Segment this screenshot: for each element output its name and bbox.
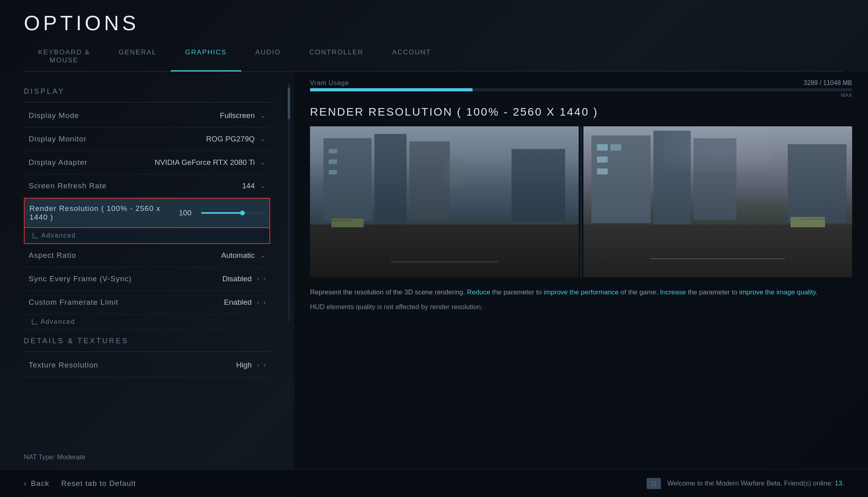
preview-divider bbox=[580, 126, 582, 277]
reduce-highlight: Reduce bbox=[467, 288, 490, 296]
reset-default-button[interactable]: Reset tab to Default bbox=[61, 479, 136, 488]
back-arrow-icon: ‹ bbox=[24, 479, 27, 488]
chat-bubble-icon: □ bbox=[652, 480, 656, 487]
welcome-text: Welcome to the Modern Warfare Beta. Frie… bbox=[667, 480, 844, 487]
header: OPTIONS KEYBOARD &MOUSE GENERAL GRAPHICS… bbox=[0, 0, 868, 72]
display-mode-label: Display Mode bbox=[29, 111, 79, 120]
tabs-container: KEYBOARD &MOUSE GENERAL GRAPHICS AUDIO C… bbox=[24, 43, 844, 72]
render-resolution-label: Render Resolution ( 100% - 2560 x 1440 ) bbox=[29, 204, 179, 222]
display-section-label: DISPLAY bbox=[24, 87, 270, 96]
display-monitor-label: Display Monitor bbox=[29, 135, 87, 143]
texture-resolution-label: Texture Resolution bbox=[29, 361, 98, 369]
vram-bar-fill bbox=[310, 88, 473, 91]
scrollbar-track[interactable] bbox=[288, 83, 290, 322]
arrow-left-icon-tex[interactable]: ‹ bbox=[257, 362, 259, 369]
arrow-right-icon[interactable]: › bbox=[264, 275, 265, 282]
vsync-label: Sync Every Frame (V-Sync) bbox=[29, 275, 132, 283]
corner-icon bbox=[33, 233, 38, 238]
framerate-label: Custom Framerate Limit bbox=[29, 298, 118, 307]
arrow-left-icon-fr[interactable]: ‹ bbox=[257, 299, 259, 306]
arrow-right-icon-fr[interactable]: › bbox=[264, 299, 265, 306]
section-divider-display bbox=[24, 102, 270, 102]
scene-bg-right bbox=[583, 126, 852, 277]
main-content: DISPLAY Display Mode Fullscreen ⌄ Displa… bbox=[0, 72, 868, 497]
advanced-label-bottom: Advanced bbox=[32, 318, 265, 325]
vsync-value: Disabled ‹ › bbox=[222, 275, 265, 283]
chevron-down-icon-monitor: ⌄ bbox=[260, 135, 265, 143]
framerate-arrows: ‹ › bbox=[257, 299, 265, 306]
aspect-ratio-label: Aspect Ratio bbox=[29, 251, 76, 260]
scrollbar-thumb[interactable] bbox=[288, 87, 290, 119]
friends-count: 13. bbox=[835, 480, 844, 487]
render-resolution-title: RENDER RESOLUTION ( 100% - 2560 X 1440 ) bbox=[310, 106, 852, 118]
tab-controller[interactable]: CONTROLLER bbox=[295, 43, 378, 72]
slider-fill bbox=[201, 212, 242, 214]
vram-label: Vram Usage bbox=[310, 79, 358, 87]
display-monitor-value: ROG PG279Q ⌄ bbox=[206, 135, 266, 143]
tab-audio[interactable]: AUDIO bbox=[241, 43, 295, 72]
details-section-label: DETAILS & TEXTURES bbox=[24, 337, 270, 345]
aspect-ratio-value: Automatic ⌄ bbox=[221, 251, 265, 260]
display-mode-row[interactable]: Display Mode Fullscreen ⌄ bbox=[24, 104, 270, 128]
scene-bg-left bbox=[310, 126, 579, 277]
bottom-left: ‹ Back Reset tab to Default bbox=[24, 479, 136, 488]
improve-quality-highlight: improve the image quality bbox=[739, 288, 816, 296]
display-adapter-value: NVIDIA GeForce RTX 2080 Ti ⌄ bbox=[155, 158, 265, 167]
vram-bar bbox=[310, 88, 852, 91]
display-monitor-row[interactable]: Display Monitor ROG PG279Q ⌄ bbox=[24, 128, 270, 151]
section-divider-details bbox=[24, 352, 270, 352]
render-resolution-control: 100 bbox=[179, 209, 265, 217]
chat-icon: □ bbox=[647, 478, 661, 489]
framerate-value: Enabled ‹ › bbox=[224, 298, 265, 307]
bottom-right: □ Welcome to the Modern Warfare Beta. Fr… bbox=[647, 478, 844, 489]
vram-values: 3289 / 11048 MB bbox=[789, 79, 852, 87]
render-resolution-slider[interactable] bbox=[201, 212, 265, 214]
tab-keyboard[interactable]: KEYBOARD &MOUSE bbox=[24, 43, 105, 72]
tab-general[interactable]: GENERAL bbox=[105, 43, 171, 72]
display-mode-value: Fullscreen ⌄ bbox=[220, 111, 265, 120]
right-panel: Vram Usage 3289 / 11048 MB MAX RENDER RE… bbox=[294, 72, 868, 497]
vram-max-label: MAX bbox=[841, 92, 852, 98]
display-adapter-row[interactable]: Display Adapter NVIDIA GeForce RTX 2080 … bbox=[24, 151, 270, 174]
preview-right-image bbox=[583, 126, 852, 277]
screen-refresh-rate-value: 144 ⌄ bbox=[242, 182, 265, 190]
chevron-down-icon-aspect: ⌄ bbox=[260, 251, 265, 259]
chevron-down-icon: ⌄ bbox=[260, 112, 265, 119]
tab-graphics[interactable]: GRAPHICS bbox=[171, 43, 241, 72]
screen-refresh-rate-label: Screen Refresh Rate bbox=[29, 182, 107, 190]
vram-top-row: Vram Usage 3289 / 11048 MB bbox=[310, 79, 852, 87]
render-description: Represent the resolution of the 3D scene… bbox=[310, 287, 852, 298]
texture-arrows: ‹ › bbox=[257, 362, 265, 369]
arrow-right-icon-tex[interactable]: › bbox=[264, 362, 265, 369]
aspect-ratio-row[interactable]: Aspect Ratio Automatic ⌄ bbox=[24, 244, 270, 267]
preview-left-image bbox=[310, 126, 579, 277]
page-title: OPTIONS bbox=[24, 11, 844, 35]
advanced-sub-display[interactable]: Advanced bbox=[24, 228, 270, 244]
render-resolution-value: 100 bbox=[179, 209, 195, 217]
vsync-row[interactable]: Sync Every Frame (V-Sync) Disabled ‹ › bbox=[24, 267, 270, 291]
display-adapter-label: Display Adapter bbox=[29, 158, 87, 167]
left-panel: DISPLAY Display Mode Fullscreen ⌄ Displa… bbox=[0, 72, 294, 497]
bottom-bar: ‹ Back Reset tab to Default □ Welcome to… bbox=[0, 469, 868, 497]
hud-note: HUD elements quality is not affected by … bbox=[310, 303, 852, 311]
texture-resolution-value: High ‹ › bbox=[236, 361, 265, 369]
vsync-arrows: ‹ › bbox=[257, 275, 265, 282]
framerate-row[interactable]: Custom Framerate Limit Enabled ‹ › bbox=[24, 291, 270, 314]
tab-account[interactable]: ACCOUNT bbox=[378, 43, 446, 72]
chevron-down-icon-adapter: ⌄ bbox=[260, 159, 265, 166]
slider-thumb[interactable] bbox=[240, 211, 245, 215]
advanced-label-display: Advanced bbox=[33, 232, 265, 239]
render-resolution-row[interactable]: Render Resolution ( 100% - 2560 x 1440 )… bbox=[24, 198, 270, 228]
increase-highlight: Increase bbox=[660, 288, 686, 296]
texture-resolution-row[interactable]: Texture Resolution High ‹ › bbox=[24, 354, 270, 377]
screen-refresh-rate-row[interactable]: Screen Refresh Rate 144 ⌄ bbox=[24, 174, 270, 198]
back-button[interactable]: ‹ Back bbox=[24, 479, 49, 488]
preview-images bbox=[310, 126, 852, 277]
advanced-sub-bottom[interactable]: Advanced bbox=[24, 314, 270, 330]
back-label: Back bbox=[31, 479, 49, 488]
improve-perf-highlight: improve the performance bbox=[544, 288, 619, 296]
arrow-left-icon[interactable]: ‹ bbox=[257, 275, 259, 282]
chevron-down-icon-refresh: ⌄ bbox=[260, 182, 265, 190]
corner-icon-bottom bbox=[32, 319, 37, 325]
